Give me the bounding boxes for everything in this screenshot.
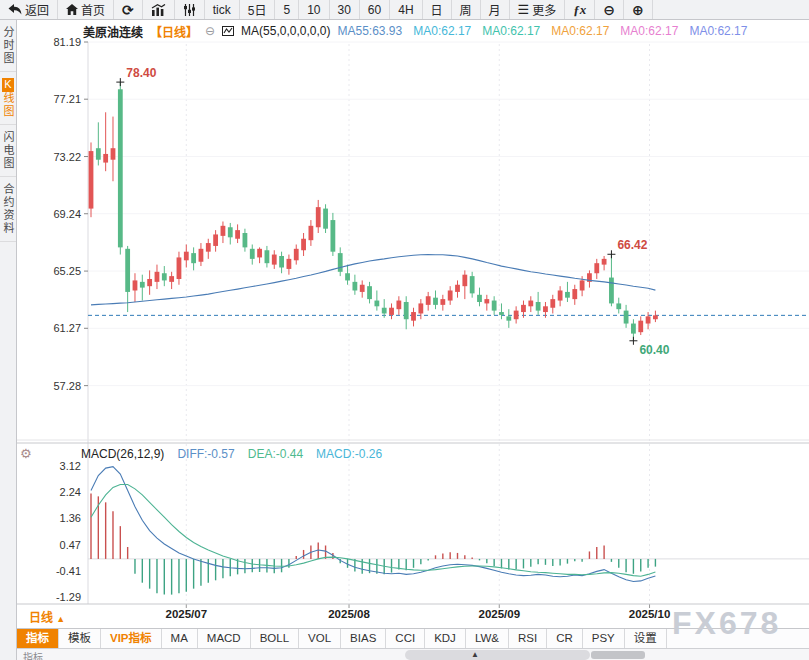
svg-text:2025/09: 2025/09 <box>478 608 520 620</box>
svg-text:2.24: 2.24 <box>60 486 81 498</box>
toolbar-button-label: 10 <box>307 3 320 17</box>
sidebar-item-time-share[interactable]: 分时图 <box>0 20 16 72</box>
toolbar-button-5m[interactable]: 5 <box>275 0 299 19</box>
toolbar-button-daily[interactable]: 日 <box>423 0 452 19</box>
symbol-title: 美原油连续 <box>83 23 143 40</box>
ma-value: MA0:62.17 <box>482 24 540 38</box>
tab-BIAS[interactable]: BIAS <box>341 629 386 648</box>
indicator-gear-icon[interactable]: ⚙ <box>20 446 32 461</box>
toolbar-button-tick[interactable]: tick <box>205 0 240 19</box>
horizontal-scrollbar-thumb[interactable] <box>591 651 645 659</box>
toolbar-button-label: 60 <box>368 3 381 17</box>
tab-指标[interactable]: 指标 <box>17 629 59 648</box>
toolbar-button-label: 日 <box>431 1 443 18</box>
macd-histogram <box>91 493 655 594</box>
toolbar-button-more[interactable]: ☰更多 <box>510 0 566 19</box>
svg-text:78.40: 78.40 <box>126 66 156 80</box>
tab-MACD[interactable]: MACD <box>198 629 251 648</box>
tab-PSY[interactable]: PSY <box>583 629 625 648</box>
back-arrow-icon <box>8 4 22 15</box>
toolbar-button-monthly[interactable]: 月 <box>481 0 510 19</box>
bar-chart-icon <box>151 4 166 16</box>
tab-VOL[interactable]: VOL <box>299 629 341 648</box>
left-sidebar: 分时图K线图闪电图合约资料 <box>0 20 17 660</box>
macd-diff-value: DIFF:-0.57 <box>177 447 234 461</box>
tab-模板[interactable]: 模板 <box>59 629 101 648</box>
toolbar-button-home[interactable]: 首页 <box>58 0 114 19</box>
sliders-icon <box>183 4 196 16</box>
svg-text:2025/08: 2025/08 <box>328 608 370 620</box>
toolbar-button-fx[interactable]: ƒx <box>565 0 595 19</box>
toolbar-button-label: tick <box>213 3 231 17</box>
period-corner-button[interactable]: 日线 ▲ <box>29 608 65 625</box>
gridlines <box>17 42 809 608</box>
macd-dea-line <box>91 485 655 577</box>
tab-设置[interactable]: 设置 <box>625 629 667 648</box>
expand-arrow-icon: ▲ <box>471 650 479 660</box>
toolbar-button-10m[interactable]: 10 <box>299 0 329 19</box>
tab-KDJ[interactable]: KDJ <box>425 629 466 648</box>
macd-dea-value: DEA:-0.44 <box>248 447 303 461</box>
zoom-in-icon: ⊕ <box>632 3 644 17</box>
candlestick-series <box>89 82 658 341</box>
svg-text:0.47: 0.47 <box>60 539 81 551</box>
x-axis-labels: 2025/072025/082025/092025/10 <box>166 608 671 620</box>
chart-title-row: 美原油连续 【日线】 ⊖ MA(55,0,0,0,0,0) MA55:63.93… <box>83 23 747 39</box>
toolbar-button-30m[interactable]: 30 <box>330 0 360 19</box>
toolbar-button-4h[interactable]: 4H <box>390 0 422 19</box>
sidebar-item-lightning[interactable]: 闪电图 <box>0 125 16 177</box>
macd-macd-value: MACD:-0.26 <box>316 447 382 461</box>
tab-RSI[interactable]: RSI <box>509 629 547 648</box>
ma-settings-label[interactable]: MA(55,0,0,0,0,0) <box>241 24 330 38</box>
refresh-icon: ⟳ <box>122 3 134 17</box>
bottom-strip: 指标 ▲ <box>17 648 809 660</box>
ma-legend: MA55:63.93MA0:62.17MA0:62.17MA0:62.17MA0… <box>337 24 747 38</box>
chart-canvas[interactable]: 81.1977.2173.2269.2465.2561.2757.283.122… <box>17 30 809 628</box>
drag-handle[interactable]: ▲ <box>405 650 590 660</box>
toolbar-button-zoom-out[interactable]: ⊖ <box>595 0 624 19</box>
tab-CR[interactable]: CR <box>547 629 583 648</box>
toolbar-button-5d[interactable]: 5日 <box>240 0 276 19</box>
tab-VIP指标[interactable]: VIP指标 <box>101 629 162 648</box>
top-toolbar: 返回首页⟳tick5日51030604H日周月☰更多ƒx⊖⊕ <box>0 0 809 20</box>
sidebar-item-kline[interactable]: K线图 <box>0 72 16 125</box>
zoom-out-icon: ⊖ <box>603 3 615 17</box>
svg-text:73.22: 73.22 <box>53 151 81 163</box>
svg-text:61.27: 61.27 <box>53 322 81 334</box>
ma-value: MA0:62.17 <box>689 24 747 38</box>
toolbar-button-label: 30 <box>338 3 351 17</box>
collapse-circle-icon[interactable]: ⊖ <box>205 24 215 38</box>
toolbar-button-label: 周 <box>460 1 472 18</box>
svg-text:77.21: 77.21 <box>53 93 81 105</box>
toolbar-button-label: 月 <box>489 1 501 18</box>
svg-text:69.24: 69.24 <box>53 208 81 220</box>
toolbar-button-label: 4H <box>398 3 413 17</box>
toolbar-button-indicator-style[interactable] <box>175 0 205 19</box>
toolbar-button-refresh[interactable]: ⟳ <box>114 0 143 19</box>
toolbar-button-60m[interactable]: 60 <box>360 0 390 19</box>
ma-value: MA0:62.17 <box>413 24 471 38</box>
toolbar-button-label: 首页 <box>81 1 105 18</box>
toolbar-button-label: 5日 <box>248 1 267 18</box>
toolbar-button-label: 更多 <box>532 1 556 18</box>
tab-CCI[interactable]: CCI <box>386 629 425 648</box>
period-tag: 【日线】 <box>150 23 198 40</box>
svg-text:-0.41: -0.41 <box>56 565 81 577</box>
svg-text:66.42: 66.42 <box>617 238 647 252</box>
tab-BOLL[interactable]: BOLL <box>251 629 299 648</box>
sidebar-item-contract-info[interactable]: 合约资料 <box>0 177 16 242</box>
toolbar-button-zoom-in[interactable]: ⊕ <box>624 0 653 19</box>
tab-LW&[interactable]: LW& <box>466 629 509 648</box>
macd-axis-labels: 3.122.241.360.47-0.41-1.29 <box>56 460 81 603</box>
toolbar-button-back[interactable]: 返回 <box>0 0 58 19</box>
tab-MA[interactable]: MA <box>162 629 198 648</box>
partial-tab: 指标 <box>23 649 43 660</box>
ma-value: MA0:62.17 <box>620 24 678 38</box>
macd-header: MACD(26,12,9) DIFF:-0.57 DEA:-0.44 MACD:… <box>81 447 382 461</box>
toolbar-button-chart-style[interactable] <box>143 0 175 19</box>
macd-settings-label[interactable]: MACD(26,12,9) <box>81 447 164 461</box>
svg-text:81.19: 81.19 <box>53 36 81 48</box>
toolbar-button-weekly[interactable]: 周 <box>452 0 481 19</box>
ma-value: MA55:63.93 <box>337 24 402 38</box>
svg-text:2025/07: 2025/07 <box>166 608 208 620</box>
